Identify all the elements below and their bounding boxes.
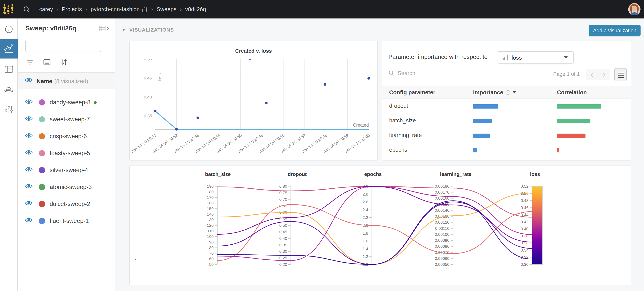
visualizations-section-toggle[interactable]: ▼ VISUALIZATIONS — [122, 27, 174, 33]
visibility-eye-icon[interactable] — [25, 116, 33, 123]
svg-text:0.55: 0.55 — [279, 216, 287, 221]
run-name[interactable]: toasty-sweep-5 — [50, 150, 90, 157]
scatter-chart-title: Created v. loss — [130, 48, 377, 54]
prev-page-button[interactable] — [586, 69, 598, 80]
eye-icon — [25, 116, 33, 121]
importance-search-input[interactable] — [397, 70, 476, 76]
svg-text:0.00060: 0.00060 — [435, 256, 450, 260]
breadcrumb-item[interactable]: v8dil26q — [185, 6, 206, 12]
svg-text:1.2: 1.2 — [362, 254, 368, 259]
importance-table-row[interactable]: batch_size — [382, 114, 631, 128]
svg-text:0.00120: 0.00120 — [435, 220, 450, 224]
parallel-coordinates-chart[interactable]: batch_size506070809010011012013014015016… — [130, 166, 631, 285]
visibility-eye-icon[interactable] — [25, 167, 33, 174]
eye-icon — [25, 167, 33, 172]
svg-text:130: 130 — [207, 218, 214, 222]
runs-column-label: Name — [36, 78, 52, 84]
run-row[interactable]: silver-sweep-4 — [18, 162, 115, 178]
parallel-run-line[interactable] — [217, 186, 532, 217]
run-row[interactable]: atomic-sweep-3 — [18, 178, 115, 196]
visibility-eye-icon[interactable] — [25, 150, 33, 157]
visibility-eye-icon[interactable] — [25, 218, 33, 224]
breadcrumb-item[interactable]: carey — [39, 6, 53, 12]
svg-text:190: 190 — [207, 184, 214, 188]
visualized-count: (8 visualized) — [54, 78, 88, 84]
scatter-chart[interactable]: Jan 14 '20 20:51Jan 14 '20 20:52Jan 14 '… — [130, 59, 378, 160]
running-indicator-dot — [94, 101, 96, 104]
svg-text:50: 50 — [209, 262, 214, 266]
nav-search-icon[interactable] — [21, 0, 32, 18]
run-name[interactable]: sweet-sweep-7 — [50, 116, 90, 123]
visibility-all-eye-icon[interactable] — [25, 77, 33, 84]
svg-text:170: 170 — [207, 195, 214, 200]
importance-table-row[interactable]: dropout — [382, 99, 631, 114]
col-importance[interactable]: Importance — [473, 89, 516, 96]
filter-icon[interactable] — [26, 58, 34, 66]
runs-list-header: Name (8 visualized) — [18, 73, 115, 89]
run-row[interactable]: sweet-sweep-7 — [18, 111, 115, 128]
info-icon — [506, 90, 510, 95]
panel-menu-button[interactable] — [614, 68, 627, 81]
run-search-input[interactable] — [33, 42, 104, 49]
breadcrumb-item[interactable]: Sweeps — [156, 6, 176, 12]
charts-tab-icon[interactable] — [0, 39, 18, 58]
svg-text:0.40: 0.40 — [521, 226, 528, 231]
run-color-dot — [39, 116, 45, 122]
breadcrumb-item[interactable]: pytorch-cnn-fashion — [91, 6, 140, 12]
add-visualization-button[interactable]: Add a visualization — [589, 25, 640, 36]
parallel-run-line[interactable] — [217, 201, 532, 264]
run-name[interactable]: dulcet-sweep-2 — [50, 200, 90, 208]
run-row[interactable]: fluent-sweep-1 — [18, 212, 115, 230]
config-parameter-name: batch_size — [389, 118, 416, 124]
run-row[interactable]: dulcet-sweep-2 — [18, 196, 115, 212]
svg-text:2.6: 2.6 — [362, 200, 368, 204]
importance-bar — [473, 104, 498, 108]
next-page-button[interactable] — [598, 69, 610, 80]
svg-text:0.75: 0.75 — [279, 190, 287, 195]
sort-icon[interactable] — [60, 58, 68, 66]
run-color-dot — [39, 150, 45, 156]
table-tab-icon[interactable] — [0, 60, 18, 79]
wandb-logo-icon[interactable] — [0, 0, 17, 18]
icon-rail: i — [0, 18, 18, 291]
run-row[interactable]: toasty-sweep-5 — [18, 145, 115, 162]
model-tab-icon[interactable] — [0, 80, 18, 99]
expand-table-button[interactable] — [99, 26, 109, 31]
run-search-box[interactable] — [26, 40, 101, 52]
run-name[interactable]: crisp-sweep-6 — [50, 133, 87, 140]
svg-text:learning_rate: learning_rate — [440, 171, 471, 177]
avatar[interactable] — [628, 3, 640, 16]
importance-table-row[interactable]: epochs — [382, 143, 631, 158]
group-list-icon[interactable] — [43, 58, 51, 66]
breadcrumb-item[interactable]: Projects — [62, 6, 82, 12]
visibility-eye-icon[interactable] — [25, 184, 33, 190]
importance-table-row[interactable]: learning_rate — [382, 128, 631, 143]
svg-text:0.00070: 0.00070 — [435, 250, 450, 254]
breadcrumb-separator: › — [148, 6, 157, 12]
parallel-run-line[interactable] — [217, 204, 532, 260]
visualizations-label: VISUALIZATIONS — [129, 27, 174, 33]
svg-text:110: 110 — [207, 229, 214, 233]
svg-text:120: 120 — [207, 223, 214, 228]
eye-icon — [25, 99, 33, 104]
run-row[interactable]: dandy-sweep-8 — [18, 94, 115, 111]
config-parameter-name: epochs — [389, 147, 407, 153]
run-name[interactable]: dandy-sweep-8 — [50, 99, 90, 106]
run-row[interactable]: crisp-sweep-6 — [18, 128, 115, 145]
run-color-dot — [39, 167, 45, 173]
run-name[interactable]: atomic-sweep-3 — [50, 184, 92, 190]
svg-text:0.35: 0.35 — [144, 114, 152, 118]
info-icon[interactable]: i — [0, 20, 18, 39]
run-name[interactable]: silver-sweep-4 — [50, 167, 88, 174]
sweep-controls-icon[interactable] — [0, 100, 18, 119]
svg-text:epochs: epochs — [364, 171, 382, 177]
parallel-run-line[interactable] — [217, 186, 532, 242]
svg-text:0.00100: 0.00100 — [435, 232, 450, 236]
parallel-run-line[interactable] — [217, 193, 532, 264]
run-name[interactable]: fluent-sweep-1 — [50, 218, 89, 224]
visibility-eye-icon[interactable] — [25, 133, 33, 140]
eye-icon — [25, 200, 33, 206]
visibility-eye-icon[interactable] — [25, 200, 33, 208]
metric-select[interactable]: loss — [498, 51, 574, 64]
visibility-eye-icon[interactable] — [25, 99, 33, 106]
